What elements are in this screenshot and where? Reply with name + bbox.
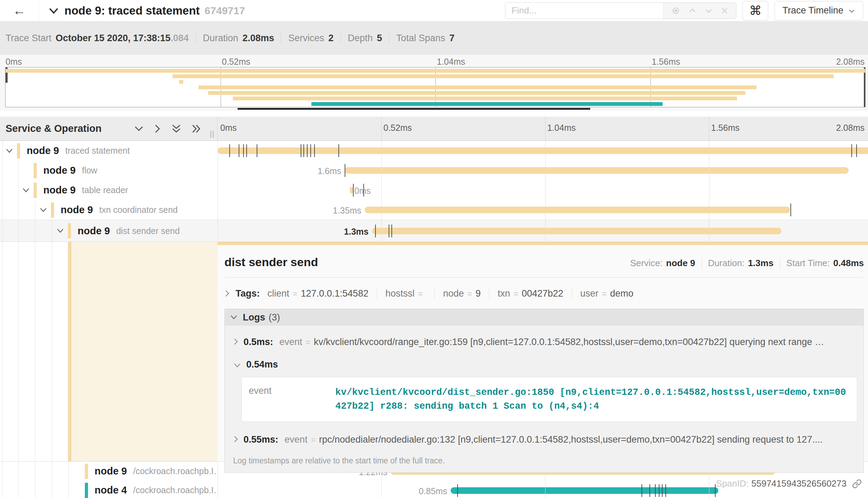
indent-guide <box>18 161 19 498</box>
minimap-span-bar <box>172 74 834 78</box>
span-row-traced-statement[interactable]: node 9traced statement <box>0 141 868 161</box>
collapse-one-icon[interactable] <box>134 125 144 132</box>
span-timeline-cell[interactable]: 1.35ms <box>218 200 868 220</box>
span-name-cell[interactable]: node 9flow <box>0 161 218 180</box>
span-row-table-reader[interactable]: node 9table reader0ms <box>0 180 868 200</box>
minimap-tick-label: 0.52ms <box>222 57 250 67</box>
chevron-right-icon <box>224 289 230 298</box>
tag-item: user=demo <box>572 288 634 299</box>
operation-name: table reader <box>82 185 128 195</box>
minimap-span-bar <box>179 80 183 84</box>
span-name-cell[interactable]: node 9table reader <box>0 180 218 200</box>
chevron-down-icon[interactable] <box>56 228 64 234</box>
minimap-span-bar <box>208 91 745 95</box>
span-duration-bar[interactable] <box>365 207 790 213</box>
minimap-span-bar <box>311 102 663 106</box>
span-timeline-cell[interactable]: 1.3ms <box>218 220 868 242</box>
span-duration-label: 0ms <box>354 186 371 196</box>
keyboard-shortcuts-button[interactable]: ⌘ <box>743 1 768 20</box>
log-entry-expanded[interactable]: 0.54ms <box>225 350 863 370</box>
detail-meta-label: Start Time: <box>786 258 830 268</box>
trace-view-label: Trace Timeline <box>782 5 843 16</box>
span-duration-bar[interactable] <box>345 167 849 174</box>
span-timeline-cell[interactable]: 1.6ms <box>218 161 868 180</box>
column-resizer-handle[interactable] <box>210 131 214 138</box>
logs-footer-note: Log timestamps are relative to the start… <box>225 447 863 467</box>
tags-row[interactable]: Tags: client=127.0.0.1:54582hostssl=node… <box>224 286 864 301</box>
indent-guide <box>69 242 69 498</box>
service-color-bar <box>34 183 37 198</box>
find-next-icon[interactable] <box>704 6 713 15</box>
tag-value: 9 <box>476 288 481 299</box>
link-icon[interactable] <box>852 479 862 489</box>
trace-view-selector[interactable]: Trace Timeline <box>774 1 863 20</box>
minimap-scrollbar[interactable] <box>5 108 866 110</box>
tag-equals: = <box>418 289 423 299</box>
span-name-cell[interactable]: node 9dist sender send <box>0 220 218 242</box>
back-button[interactable]: ← <box>0 0 39 21</box>
span-name-cell[interactable]: node 9traced statement <box>0 141 218 161</box>
indent-guide <box>2 141 3 498</box>
span-name-cell[interactable]: node 9txn coordinator send <box>0 200 218 220</box>
tag-equals: = <box>602 289 606 299</box>
collapse-trace-chevron-icon[interactable] <box>48 7 59 14</box>
chevron-right-icon <box>233 435 239 443</box>
minimap-canvas[interactable] <box>5 67 866 107</box>
chevron-down-icon[interactable] <box>39 207 47 213</box>
expand-all-icon[interactable] <box>192 124 201 134</box>
summary-item: Depth5 <box>340 33 382 44</box>
tag-key: user <box>580 288 599 299</box>
log-marker-tick <box>243 144 244 157</box>
minimap-right-scrubber[interactable] <box>864 67 865 107</box>
tag-equals: = <box>467 289 472 299</box>
chevron-down-icon <box>230 315 238 320</box>
find-prev-icon[interactable] <box>688 6 697 15</box>
tag-value: 00427b22 <box>522 288 563 299</box>
operation-name: dist sender send <box>116 226 179 236</box>
log-marker-tick <box>314 144 315 157</box>
chevron-down-icon[interactable] <box>5 148 14 154</box>
span-timeline-cell[interactable]: 0ms <box>218 180 868 200</box>
chevron-right-icon <box>233 337 239 346</box>
summary-item-value: 5 <box>377 33 382 44</box>
find-input[interactable] <box>505 3 663 19</box>
span-duration-bar[interactable] <box>372 228 781 234</box>
span-row-txn-coordinator-send[interactable]: node 9txn coordinator send1.35ms <box>0 200 868 220</box>
expand-one-icon[interactable] <box>154 124 161 134</box>
summary-item-value: 2.08ms <box>242 33 274 44</box>
operation-name: flow <box>82 165 97 175</box>
span-detail-row: dist sender send Service:node 9Duration:… <box>0 242 868 462</box>
locate-icon[interactable] <box>671 6 681 16</box>
log-timestamp: 0.55ms: <box>243 434 278 445</box>
span-name-cell[interactable]: node 9/cockroach.roachpb.I… <box>0 462 218 481</box>
minimap-scrollbar-thumb[interactable] <box>238 108 590 110</box>
collapse-all-icon[interactable] <box>171 124 181 134</box>
service-color-bar <box>85 464 88 479</box>
detail-meta-label: Duration: <box>708 258 745 268</box>
chevron-down-icon[interactable] <box>22 188 30 193</box>
span-duration-bar[interactable] <box>350 187 353 193</box>
log-marker-tick <box>246 144 247 157</box>
tag-value: 127.0.0.1:54582 <box>301 288 368 299</box>
span-name-cell[interactable]: node 4/cockroach.roachpb.I… <box>0 481 218 498</box>
detail-meta-value: node 9 <box>666 258 695 268</box>
back-arrow-icon: ← <box>13 3 26 18</box>
log-entry[interactable]: 0.55ms:event=rpc/nodedialer/nodedialer.g… <box>225 425 863 447</box>
span-row-flow[interactable]: node 9flow1.6ms <box>0 161 868 180</box>
log-marker-tick <box>345 164 345 177</box>
detail-meta-value: 0.48ms <box>833 258 864 268</box>
logs-header[interactable]: Logs (3) <box>225 309 863 326</box>
service-color-bar <box>17 143 20 159</box>
log-field-key: event <box>285 434 308 445</box>
minimap-span-bar <box>198 85 756 89</box>
log-equals: = <box>306 338 310 347</box>
log-timestamp: 0.5ms: <box>243 337 273 347</box>
timeline-gridline <box>381 117 382 141</box>
find-clear-icon[interactable] <box>720 7 729 15</box>
span-duration-bar[interactable] <box>218 147 868 154</box>
log-entry[interactable]: 0.5ms:event=kv/kvclient/kvcoord/range_it… <box>225 327 863 350</box>
span-row-dist-sender-send[interactable]: node 9dist sender send1.3ms <box>0 220 868 242</box>
service-name: node 9 <box>95 465 127 477</box>
service-name: node 9 <box>43 165 76 176</box>
span-timeline-cell[interactable] <box>218 141 868 161</box>
